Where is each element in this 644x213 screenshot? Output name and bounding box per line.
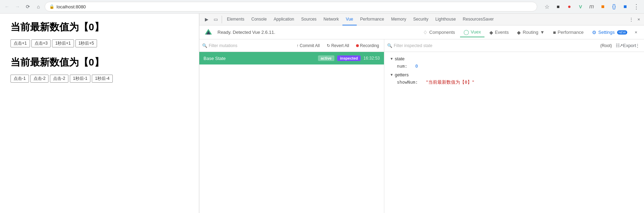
state-num-key: num:	[397, 63, 407, 69]
btn-1s-minus1[interactable]: 1秒后-1	[70, 75, 90, 83]
vuenav-settings[interactable]: ⚙ Settings NEW	[589, 28, 631, 37]
inspector-panel: 🔍 Filter inspected state (Root) ☷ ↗ Expo…	[384, 39, 644, 213]
tab-sources[interactable]: Sources	[298, 14, 320, 25]
tab-console[interactable]: Console	[248, 14, 270, 25]
tab-vue[interactable]: Vue	[342, 14, 357, 25]
btn-minus2b[interactable]: 点击-2	[50, 75, 68, 83]
devtools-device-button[interactable]: ▭	[212, 16, 220, 23]
devtools-panel-close[interactable]: ×	[632, 29, 640, 36]
commit-all-label: Commit All	[300, 43, 320, 48]
vuenav-vuex[interactable]: ◯ Vuex	[460, 28, 484, 37]
state-section-header[interactable]: ▼ state	[390, 56, 638, 61]
devtools-tabs: ▶ ▭ Elements Console Application Sources…	[199, 14, 644, 25]
home-button[interactable]: ⌂	[34, 2, 43, 11]
tab-lighthouse[interactable]: Lighthouse	[432, 14, 459, 25]
btn-plus1[interactable]: 点击+1	[10, 39, 30, 47]
state-time: 16:32:53	[363, 56, 380, 61]
tab-memory[interactable]: Memory	[387, 14, 409, 25]
mutations-toolbar: 🔍 Filter mutations ↑ Commit All ↻ Revert…	[199, 39, 384, 52]
devtools-more-button[interactable]: ⋮	[627, 16, 635, 23]
inspected-badge: inspected	[337, 55, 361, 61]
settings-new-badge: NEW	[617, 30, 627, 35]
commit-icon: ↑	[297, 43, 299, 48]
export-button[interactable]: ↗ Export	[624, 42, 631, 50]
revert-all-label: Revert All	[331, 43, 349, 48]
forward-button[interactable]: →	[13, 2, 22, 11]
btn-minus1[interactable]: 点击-1	[10, 75, 29, 83]
getters-section-label: getters	[395, 72, 409, 77]
inspector-search-icon: 🔍	[387, 43, 392, 48]
revert-all-button[interactable]: ↻ Revert All	[325, 42, 351, 49]
inspector-search: 🔍 Filter inspected state	[387, 43, 599, 48]
ext-icon-4[interactable]: {}	[609, 2, 619, 12]
ext-icon-1[interactable]: ■	[553, 2, 563, 12]
ext-icon-5[interactable]: ■	[620, 2, 630, 12]
button-group-1: 点击+1 点击+3 1秒后+1 1秒后+5	[10, 39, 188, 47]
active-badge: active	[318, 55, 334, 61]
filter-state-placeholder: Filter inspected state	[394, 43, 432, 48]
devtools-close-button[interactable]: ×	[635, 16, 643, 23]
events-icon: ◆	[489, 30, 493, 35]
tab-performance[interactable]: Performance	[357, 14, 388, 25]
state-num-entry: num: 0	[390, 63, 638, 69]
devtools-tab-icons: ▶ ▭	[201, 16, 222, 23]
vuenav-settings-label: Settings	[598, 30, 615, 35]
performance-icon: ■	[553, 30, 556, 35]
ext-icon-vue[interactable]: V	[576, 2, 585, 12]
tab-elements[interactable]: Elements	[223, 14, 248, 25]
ext-icon-m[interactable]: m	[587, 2, 597, 12]
reload-button[interactable]: ⟳	[24, 2, 32, 11]
routing-icon: ◆	[517, 30, 521, 35]
mutations-toolbar-actions: ↑ Commit All ↻ Revert All Recording	[295, 42, 381, 49]
inspector-right: (Root) ☷ ↗ Export ⋮	[600, 42, 641, 50]
toolbar-icons: ☆ ■ ● V m ■ {} ■ ⋮	[542, 2, 641, 12]
recording-button[interactable]: Recording	[354, 42, 381, 49]
vuenav-routing[interactable]: ◆ Routing ▼	[513, 28, 548, 37]
base-state-row[interactable]: Base State active inspected 16:32:53	[199, 52, 384, 64]
ext-icon-2[interactable]: ●	[564, 2, 574, 12]
revert-icon: ↻	[327, 43, 330, 48]
vuenav-events-label: Events	[495, 30, 509, 35]
base-state-label: Base State	[203, 56, 315, 61]
export-icon: ↗	[619, 43, 623, 48]
state-section-label: state	[395, 56, 405, 61]
page-content: 当前最新数值为【0】 点击+1 点击+3 1秒后+1 1秒后+5 当前最新数值为…	[0, 14, 199, 213]
heading-2: 当前最新数值为【0】	[10, 56, 188, 69]
vuenav-performance[interactable]: ■ Performance	[549, 28, 587, 37]
commit-all-button[interactable]: ↑ Commit All	[295, 42, 322, 49]
btn-plus3[interactable]: 点击+3	[31, 39, 51, 47]
devtools-inspect-button[interactable]: ▶	[203, 16, 210, 23]
inspector-more-button[interactable]: ⋮	[634, 42, 641, 50]
root-label: (Root)	[600, 43, 612, 48]
bookmark-button[interactable]: ☆	[542, 2, 552, 12]
getters-section-header[interactable]: ▼ getters	[390, 72, 638, 77]
getters-triangle-icon: ▼	[390, 73, 393, 77]
mutations-search: 🔍 Filter mutations	[202, 43, 293, 48]
btn-minus2a[interactable]: 点击-2	[30, 75, 49, 83]
vuenav-components[interactable]: ♢ Components	[420, 28, 459, 37]
routing-chevron-icon: ▼	[540, 30, 545, 35]
browser-chrome: ← → ⟳ ⌂ 🔒 localhost:8080 ☆ ■ ● V m ■ {} …	[0, 0, 644, 14]
vuenav-components-label: Components	[429, 30, 455, 35]
lock-icon: 🔒	[49, 4, 54, 9]
vuenav-routing-label: Routing	[523, 30, 538, 35]
button-group-2: 点击-1 点击-2 点击-2 1秒后-1 1秒后-4	[10, 75, 188, 83]
state-section: ▼ state num: 0	[390, 56, 638, 69]
btn-1s-plus1[interactable]: 1秒后+1	[52, 39, 74, 47]
tab-application[interactable]: Application	[270, 14, 298, 25]
tab-resourcessaver[interactable]: ResourcesSaver	[459, 14, 497, 25]
more-button[interactable]: ⋮	[631, 2, 641, 12]
vuenav-events[interactable]: ◆ Events	[486, 28, 512, 37]
vue-status: Ready. Detected Vue 2.6.11.	[217, 30, 418, 35]
getters-shownum-entry: showNum: "当前最新数值为【0】"	[390, 79, 638, 85]
btn-1s-plus5[interactable]: 1秒后+5	[75, 39, 97, 47]
recording-label: Recording	[360, 43, 379, 48]
ext-icon-3[interactable]: ■	[598, 2, 608, 12]
record-dot-icon	[356, 44, 359, 47]
btn-1s-minus4[interactable]: 1秒后-4	[92, 75, 112, 83]
tab-network[interactable]: Network	[320, 14, 342, 25]
tab-security[interactable]: Security	[410, 14, 432, 25]
back-button[interactable]: ←	[3, 2, 11, 11]
devtools-panel: ▶ ▭ Elements Console Application Sources…	[199, 14, 644, 213]
address-bar[interactable]: 🔒 localhost:8080	[45, 2, 537, 12]
